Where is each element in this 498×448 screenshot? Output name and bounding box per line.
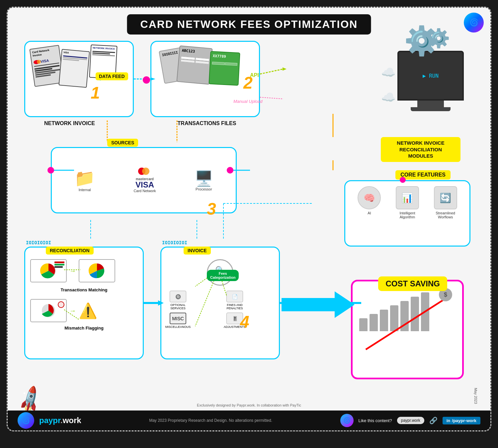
pie-chart-right [79,259,115,282]
mismatch-chart [30,299,67,322]
footer-bar: 🌀 paypr.work May 2023 Proprietary Resear… [8,411,490,430]
miscellaneous-label: MISCELLEANOUS [165,325,191,329]
invoice-ioio-label: IOIOIOIOI [162,240,187,245]
data-feed-label: DATA FEED [96,72,128,80]
main-container: CARD NETWORK FEES OPTIMIZATION 🌀 Card Ne… [7,7,491,431]
logo-icon: 🌀 [469,18,478,27]
arrow-right-green2: → [69,307,76,315]
big-arrow-svg [282,291,355,318]
ai-label: AI [368,211,371,215]
footer-brand-icon: 🌀 [340,414,354,427]
manual-upload-label: Manual Upload [233,99,262,104]
ai-icon: 🧠 [358,186,381,209]
step-3-number: 3 [207,200,216,218]
visa-label: VISA [135,181,154,189]
manual-cloud-icon: ☁️ [381,91,396,104]
pink-dot-right [227,167,233,174]
pie-chart-right-svg [88,262,106,280]
footer-logo-text: paypr.work [39,416,81,425]
invoice-content: 🔍 Analyze 🔘 OPTIONAL SERVICES 📄 FINES AN… [161,248,279,332]
toggle-icon: 🔘 [170,291,186,302]
source-internal: 📁 Internal [74,169,95,192]
reconciliation-content: → Transactions Matching [25,248,143,336]
cost-saving-label: COST SAVING [378,276,447,291]
network-invoice-label: NETWORK INVOICE [44,120,95,126]
svg-line-32 [366,297,448,349]
footer-website-btn[interactable]: paypr.work [397,417,424,424]
recon-ioio-label: IOIOIOIOI [26,240,51,245]
logo-top-right: 🌀 [464,13,484,33]
workflows-icon: 🔄 [434,186,457,209]
fines-penalties-label: FINES AND PENALTIES [221,303,248,310]
svg-marker-7 [283,67,287,71]
footer-right: 🌀 Like this content? paypr.work 🔗 in /pa… [340,414,480,427]
reconciliation-label: RECONCILIATION [46,247,94,255]
feature-ai: 🧠 AI [358,186,381,215]
cost-saving-box: $ [351,280,464,379]
invoice-label: INVOICE [184,247,211,255]
big-arrow [282,291,355,319]
mismatch-flagging-row: → ⚠️ [30,299,138,322]
footer-linkedin-btn[interactable]: in /paypr-work [443,417,480,424]
monitor: ▶ RUN [397,51,464,111]
mismatch-flagging-label: Mismatch Flagging [30,326,138,331]
data-feed-dot [143,76,150,84]
folder-icon: 📁 [74,169,95,188]
invoice-items-grid: 🔘 OPTIONAL SERVICES 📄 FINES AND PENALTIE… [165,291,276,329]
transactions-matching-label: Transactions Matching [30,287,138,292]
feature-algorithm: 📊 IntelligentAlgorithm [396,186,419,219]
source-processor: 🖥️ Processor [195,170,213,191]
footer-copyright: May 2023 Proprietary Research and Design… [149,418,272,423]
svg-line-8 [260,97,283,99]
mismatch-pie-svg [40,302,57,319]
card-network-label: Card Network [133,189,156,193]
reconciliation-box: → Transactions Matching [24,247,144,359]
processor-label: Processor [196,187,212,191]
api-cloud-icon: ☁️ [381,66,396,79]
workflows-label: StreamlinedWorflows [436,211,455,219]
footer-logo-icon: 🌀 [18,412,34,429]
credit-line: Exclusively designed by Paypr.work. In c… [197,403,301,407]
core-features-dot [400,177,406,183]
step-2-number: 2 [243,74,253,92]
core-features-box: 🧠 AI 📊 IntelligentAlgorithm 🔄 Streamline… [344,180,470,247]
doc-icon: 📄 [226,291,243,302]
core-features-content: 🧠 AI 📊 IntelligentAlgorithm 🔄 Streamline… [345,181,469,246]
step-1-number: 1 [91,84,100,102]
source-card-network: mastercard VISA Card Network [133,168,156,193]
source-internal-label: Internal [79,188,91,192]
monitor-display: ▶ RUN [423,73,439,79]
step-4-number: 4 [240,313,249,331]
pink-dot-left [47,167,54,174]
monitor-base [411,107,451,111]
warning-icon: ⚠️ [79,302,97,320]
feature-workflows: 🔄 StreamlinedWorflows [434,186,457,219]
algorithm-icon: 📊 [396,186,419,209]
monitor-screen: ▶ RUN [397,51,464,101]
invoice-box: 🔍 Analyze 🔘 OPTIONAL SERVICES 📄 FINES AN… [160,247,280,359]
algorithm-label: IntelligentAlgorithm [399,211,415,219]
fees-categorization-bubble: FeesCategorization [207,270,239,281]
footer-cta: Like this content? [359,418,392,423]
optional-services-label: OPTIONAL SERVICES [165,303,191,310]
monitor-section: ⚙️ ⚙️ ▶ RUN [397,31,464,111]
misc-icon: MISC [170,313,186,324]
cost-saving-content: $ [353,281,462,378]
flag-circle [58,301,64,308]
arrow-right-green: → [69,267,76,275]
processor-icon: 🖥️ [195,170,213,187]
page-title: CARD NETWORK FEES OPTIMIZATION [127,14,371,35]
footer-left: 🌀 paypr.work [18,412,81,429]
watermark: May 2023 [474,388,478,404]
gear-large-icon: ⚙️ [404,24,439,57]
mastercard-logo [138,168,151,176]
svg-marker-31 [282,291,355,318]
miscellaneous-item: MISC MISCELLEANOUS [165,313,191,329]
transactions-matching-row: → [30,259,138,282]
mc-visa-logos [138,168,151,176]
fines-penalties-item: 📄 FINES AND PENALTIES [221,291,248,310]
optional-services-item: 🔘 OPTIONAL SERVICES [165,291,191,310]
pie-chart-left [30,259,67,282]
nirm-label: NETWORK INVOICE RECONCILIATION MODULES [381,137,460,162]
linkedin-handle: /paypr-work [452,418,476,423]
